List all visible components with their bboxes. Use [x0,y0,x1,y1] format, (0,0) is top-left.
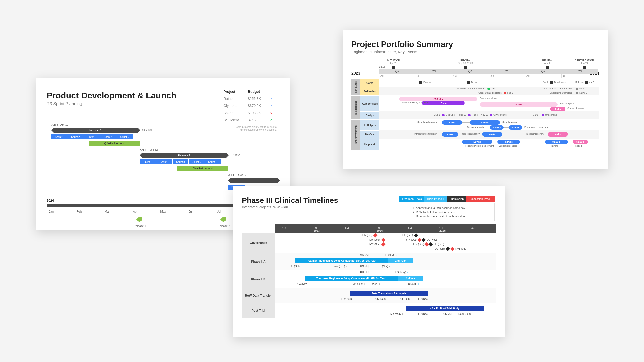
trend-icon: ↘ [265,109,277,116]
row-app: App Services [360,96,379,111]
gate-icon [467,81,470,84]
qa-bar: QA+Refinement [89,141,140,146]
legend: Treatment Trials Trials Phase II Submiss… [399,196,495,202]
clinical-chart: Q3 Q1 2023 Q3 Q1 2024 Q3 Q1 2025 Q3 Gove… [242,224,496,328]
proj-0: Rainer [219,95,244,102]
year-label: 2024 [47,199,54,202]
gate-icon [419,81,422,84]
event-marker-icon [583,66,586,69]
trend-icon: ↗ [265,116,277,124]
design-dot-icon [442,114,445,116]
event-marker-icon [392,66,395,69]
row-devops: DevOps [360,130,379,139]
cat-infra: INFRASTRUCTURE [351,120,360,150]
tick: Jan [49,210,54,213]
status-dot-icon [487,88,490,90]
row-row: RoW Data Transfer [242,288,275,303]
row-p2b: Phase II/B [242,270,275,288]
cat-eng: ENGINEERING [351,96,360,119]
row-post: Post Trial [242,303,275,318]
gate-icon [585,81,588,84]
milestone-leaf-icon [220,216,227,223]
row-help: Helpdesk [360,139,379,150]
treatment-bar: Treatment Regimen vs 10mg Comparator (N=… [295,258,388,263]
milestone-leaf-icon [136,216,143,223]
row-lob: LoB Apps [360,120,379,130]
cardB-title: Project Portfolio Summary [351,40,599,49]
row-design: Design [360,111,379,119]
cat-key-dates: KEY DATES [351,79,360,95]
card-portfolio: Project Portfolio Summary Engineering, I… [343,30,608,169]
notes-box: 1. Approval and launch occur on same day… [409,203,495,221]
release-bar: Release 1 [54,128,138,133]
status-dot-icon [504,92,506,94]
event-marker-icon [464,66,467,69]
th-project: Project [219,88,244,95]
portfolio-chart: 2023 2024 INITIATIONApr 25 REVIEWSep 30,… [351,64,599,162]
submission-icon [373,233,378,238]
row-gov: Governance [242,233,275,253]
trend-icon: → [265,95,277,102]
time-header: Q3 Q1 2023 Q3 Q1 2024 Q3 Q1 2025 Q3 [275,224,496,233]
status-dot-icon [576,92,578,94]
release-bar [231,178,277,183]
card-clinical: Phase III Clinical Timelines Integrated … [233,186,505,337]
sprint-chip: Sprint 1 [51,134,68,139]
cardB-subtitle: Engineering, Infrastructure, Key Events [351,50,599,54]
th-budget: Budget [244,88,265,95]
status-dot-icon [576,88,578,90]
row-deliveries: Deliveries [360,87,379,95]
row-p2a: Phase II/A [242,253,275,270]
row-gates: Gates [360,79,379,87]
gate-icon [550,81,553,84]
trend-icon: → [265,102,277,109]
release-bar: Release 2 [142,153,226,158]
budget-table: Project Budget Rainer $255.3K → Olympus … [219,88,277,124]
year-left: 2023 [351,71,360,76]
event-marker-icon [546,66,549,69]
